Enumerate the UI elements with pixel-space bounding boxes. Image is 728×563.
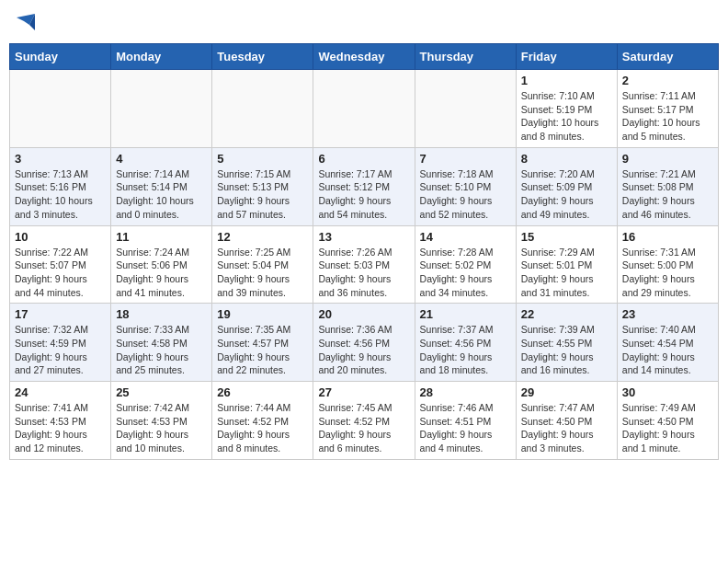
day-info: Sunrise: 7:49 AM Sunset: 4:50 PM Dayligh… <box>622 401 713 455</box>
day-info: Sunrise: 7:18 AM Sunset: 5:10 PM Dayligh… <box>420 167 511 222</box>
weekday-header-tuesday: Tuesday <box>212 44 313 70</box>
weekday-header-monday: Monday <box>111 44 212 70</box>
day-number: 21 <box>420 307 511 321</box>
day-number: 18 <box>116 307 207 321</box>
day-info: Sunrise: 7:14 AM Sunset: 5:14 PM Dayligh… <box>116 167 207 222</box>
day-number: 6 <box>318 152 409 166</box>
day-number: 15 <box>521 230 612 244</box>
day-number: 3 <box>15 152 106 166</box>
calendar-cell: 29Sunrise: 7:47 AM Sunset: 4:50 PM Dayli… <box>516 382 617 460</box>
week-row-4: 17Sunrise: 7:32 AM Sunset: 4:59 PM Dayli… <box>10 304 719 382</box>
day-number: 23 <box>622 307 713 321</box>
day-info: Sunrise: 7:22 AM Sunset: 5:07 PM Dayligh… <box>15 246 106 300</box>
day-info: Sunrise: 7:10 AM Sunset: 5:19 PM Dayligh… <box>521 89 612 144</box>
weekday-header-row: SundayMondayTuesdayWednesdayThursdayFrid… <box>10 44 719 70</box>
week-row-3: 10Sunrise: 7:22 AM Sunset: 5:07 PM Dayli… <box>10 225 719 304</box>
day-number: 16 <box>622 230 713 244</box>
calendar-cell: 18Sunrise: 7:33 AM Sunset: 4:58 PM Dayli… <box>111 304 212 382</box>
day-number: 7 <box>420 152 511 166</box>
day-info: Sunrise: 7:40 AM Sunset: 4:54 PM Dayligh… <box>622 323 713 377</box>
calendar-cell: 2Sunrise: 7:11 AM Sunset: 5:17 PM Daylig… <box>617 70 718 148</box>
day-number: 22 <box>521 307 612 321</box>
calendar-cell <box>10 70 111 148</box>
day-number: 25 <box>116 385 207 399</box>
day-number: 19 <box>217 307 308 321</box>
calendar-cell: 16Sunrise: 7:31 AM Sunset: 5:00 PM Dayli… <box>617 225 718 304</box>
page-header <box>9 9 719 36</box>
day-number: 27 <box>318 385 409 399</box>
day-info: Sunrise: 7:31 AM Sunset: 5:00 PM Dayligh… <box>622 246 713 300</box>
calendar-cell: 20Sunrise: 7:36 AM Sunset: 4:56 PM Dayli… <box>313 304 415 382</box>
day-info: Sunrise: 7:35 AM Sunset: 4:57 PM Dayligh… <box>217 323 308 377</box>
calendar-table: SundayMondayTuesdayWednesdayThursdayFrid… <box>9 43 719 460</box>
day-info: Sunrise: 7:39 AM Sunset: 4:55 PM Dayligh… <box>521 323 612 377</box>
day-info: Sunrise: 7:33 AM Sunset: 4:58 PM Dayligh… <box>116 323 207 377</box>
day-info: Sunrise: 7:37 AM Sunset: 4:56 PM Dayligh… <box>420 323 511 377</box>
day-info: Sunrise: 7:26 AM Sunset: 5:03 PM Dayligh… <box>318 246 409 300</box>
day-number: 12 <box>217 230 308 244</box>
calendar-cell: 27Sunrise: 7:45 AM Sunset: 4:52 PM Dayli… <box>313 382 415 460</box>
day-number: 10 <box>15 230 106 244</box>
day-info: Sunrise: 7:36 AM Sunset: 4:56 PM Dayligh… <box>318 323 409 377</box>
calendar-cell: 7Sunrise: 7:18 AM Sunset: 5:10 PM Daylig… <box>415 147 516 225</box>
calendar-cell: 21Sunrise: 7:37 AM Sunset: 4:56 PM Dayli… <box>415 304 516 382</box>
day-number: 29 <box>521 385 612 399</box>
day-number: 26 <box>217 385 308 399</box>
weekday-header-sunday: Sunday <box>10 44 111 70</box>
day-info: Sunrise: 7:44 AM Sunset: 4:52 PM Dayligh… <box>217 401 308 455</box>
calendar-cell: 15Sunrise: 7:29 AM Sunset: 5:01 PM Dayli… <box>516 225 617 304</box>
calendar-cell <box>212 70 313 148</box>
day-number: 2 <box>622 74 713 87</box>
calendar-cell: 3Sunrise: 7:13 AM Sunset: 5:16 PM Daylig… <box>10 147 111 225</box>
day-info: Sunrise: 7:25 AM Sunset: 5:04 PM Dayligh… <box>217 246 308 300</box>
calendar-cell: 25Sunrise: 7:42 AM Sunset: 4:53 PM Dayli… <box>111 382 212 460</box>
day-info: Sunrise: 7:32 AM Sunset: 4:59 PM Dayligh… <box>15 323 106 377</box>
day-info: Sunrise: 7:45 AM Sunset: 4:52 PM Dayligh… <box>318 401 409 455</box>
day-info: Sunrise: 7:46 AM Sunset: 4:51 PM Dayligh… <box>420 401 511 455</box>
calendar-cell: 5Sunrise: 7:15 AM Sunset: 5:13 PM Daylig… <box>212 147 313 225</box>
day-info: Sunrise: 7:21 AM Sunset: 5:08 PM Dayligh… <box>622 167 713 222</box>
day-number: 5 <box>217 152 308 166</box>
calendar-cell: 4Sunrise: 7:14 AM Sunset: 5:14 PM Daylig… <box>111 147 212 225</box>
logo-bird-icon <box>17 14 35 36</box>
calendar-cell: 22Sunrise: 7:39 AM Sunset: 4:55 PM Dayli… <box>516 304 617 382</box>
day-info: Sunrise: 7:17 AM Sunset: 5:12 PM Dayligh… <box>318 167 409 222</box>
day-number: 14 <box>420 230 511 244</box>
calendar-cell: 26Sunrise: 7:44 AM Sunset: 4:52 PM Dayli… <box>212 382 313 460</box>
weekday-header-friday: Friday <box>516 44 617 70</box>
day-info: Sunrise: 7:28 AM Sunset: 5:02 PM Dayligh… <box>420 246 511 300</box>
day-info: Sunrise: 7:41 AM Sunset: 4:53 PM Dayligh… <box>15 401 106 455</box>
week-row-5: 24Sunrise: 7:41 AM Sunset: 4:53 PM Dayli… <box>10 382 719 460</box>
calendar-cell: 8Sunrise: 7:20 AM Sunset: 5:09 PM Daylig… <box>516 147 617 225</box>
day-info: Sunrise: 7:29 AM Sunset: 5:01 PM Dayligh… <box>521 246 612 300</box>
weekday-header-thursday: Thursday <box>415 44 516 70</box>
calendar-cell: 14Sunrise: 7:28 AM Sunset: 5:02 PM Dayli… <box>415 225 516 304</box>
calendar-cell: 30Sunrise: 7:49 AM Sunset: 4:50 PM Dayli… <box>617 382 718 460</box>
day-number: 11 <box>116 230 207 244</box>
day-info: Sunrise: 7:42 AM Sunset: 4:53 PM Dayligh… <box>116 401 207 455</box>
calendar-cell <box>415 70 516 148</box>
calendar-cell: 11Sunrise: 7:24 AM Sunset: 5:06 PM Dayli… <box>111 225 212 304</box>
calendar-cell: 17Sunrise: 7:32 AM Sunset: 4:59 PM Dayli… <box>10 304 111 382</box>
calendar-cell: 28Sunrise: 7:46 AM Sunset: 4:51 PM Dayli… <box>415 382 516 460</box>
calendar-cell: 10Sunrise: 7:22 AM Sunset: 5:07 PM Dayli… <box>10 225 111 304</box>
week-row-2: 3Sunrise: 7:13 AM Sunset: 5:16 PM Daylig… <box>10 147 719 225</box>
day-info: Sunrise: 7:24 AM Sunset: 5:06 PM Dayligh… <box>116 246 207 300</box>
calendar-cell: 12Sunrise: 7:25 AM Sunset: 5:04 PM Dayli… <box>212 225 313 304</box>
day-number: 17 <box>15 307 106 321</box>
day-info: Sunrise: 7:47 AM Sunset: 4:50 PM Dayligh… <box>521 401 612 455</box>
calendar-cell <box>313 70 415 148</box>
day-number: 9 <box>622 152 713 166</box>
day-info: Sunrise: 7:15 AM Sunset: 5:13 PM Dayligh… <box>217 167 308 222</box>
day-number: 1 <box>521 74 612 87</box>
calendar-cell: 1Sunrise: 7:10 AM Sunset: 5:19 PM Daylig… <box>516 70 617 148</box>
day-number: 13 <box>318 230 409 244</box>
calendar-cell <box>111 70 212 148</box>
week-row-1: 1Sunrise: 7:10 AM Sunset: 5:19 PM Daylig… <box>10 70 719 148</box>
logo <box>14 14 35 36</box>
calendar-cell: 6Sunrise: 7:17 AM Sunset: 5:12 PM Daylig… <box>313 147 415 225</box>
day-info: Sunrise: 7:13 AM Sunset: 5:16 PM Dayligh… <box>15 167 106 222</box>
day-info: Sunrise: 7:11 AM Sunset: 5:17 PM Dayligh… <box>622 89 713 144</box>
calendar-cell: 13Sunrise: 7:26 AM Sunset: 5:03 PM Dayli… <box>313 225 415 304</box>
weekday-header-wednesday: Wednesday <box>313 44 415 70</box>
